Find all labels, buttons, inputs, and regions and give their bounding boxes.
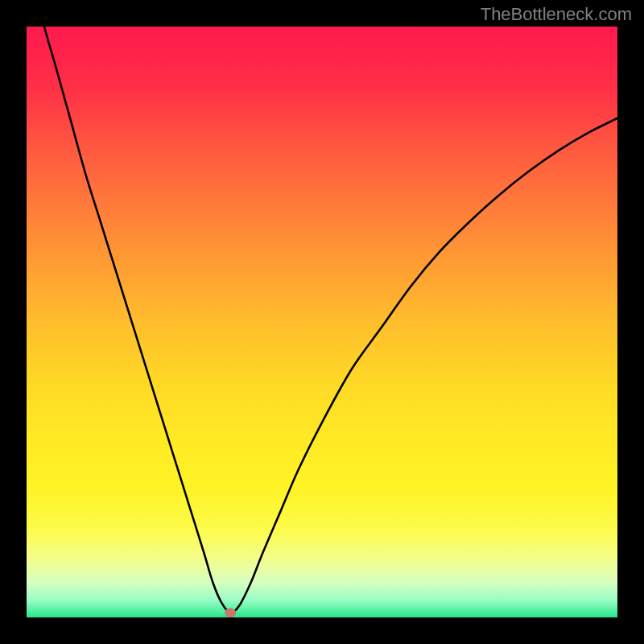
bottleneck-curve (27, 27, 617, 613)
plot-area (27, 27, 617, 617)
chart-container: TheBottleneck.com (0, 0, 644, 644)
curve-layer (27, 27, 617, 617)
watermark-text: TheBottleneck.com (481, 4, 632, 25)
optimum-marker (225, 608, 236, 617)
